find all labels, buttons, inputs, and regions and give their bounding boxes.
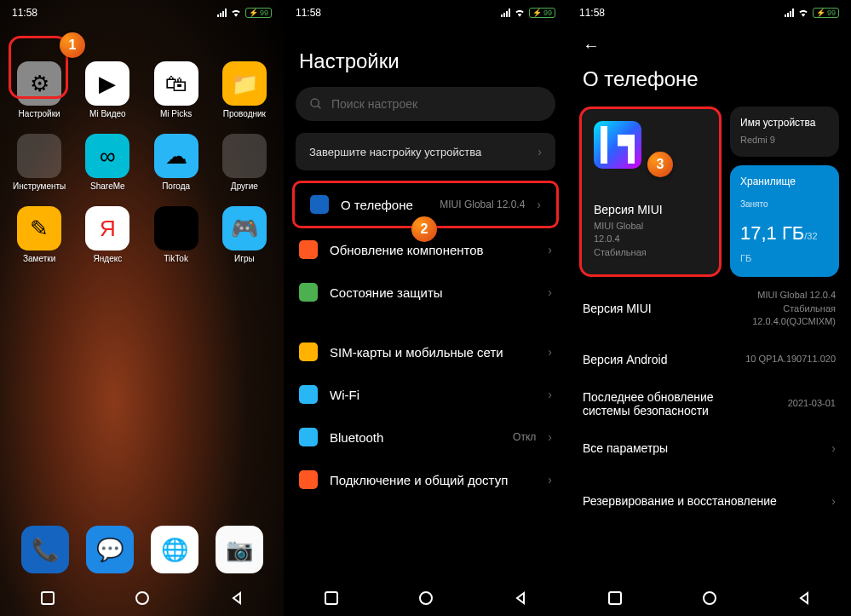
- settings-item[interactable]: Wi-Fi ›: [284, 373, 567, 416]
- app-label: Яндекс: [94, 254, 123, 263]
- app-label: Настройки: [19, 109, 60, 118]
- backup-row[interactable]: Резервирование и восстановление ›: [583, 482, 836, 520]
- dock-app[interactable]: 📞: [21, 526, 69, 573]
- app-label: Игры: [234, 254, 255, 263]
- signal-icon: [785, 9, 794, 17]
- app-Яндекс[interactable]: ЯЯндекс: [77, 206, 138, 263]
- chevron-right-icon: ›: [548, 388, 552, 401]
- app-icon: ☁: [154, 134, 198, 178]
- settings-item[interactable]: SIM-карты и мобильные сети›: [284, 331, 567, 373]
- screen-about: 11:58 ⚡99 ← О телефоне Версия MIUI MIUI …: [567, 0, 851, 616]
- recent-button[interactable]: [605, 588, 625, 608]
- nav-bar: [567, 580, 851, 616]
- time: 11:58: [296, 7, 321, 19]
- app-label: Погода: [162, 181, 190, 191]
- chevron-right-icon: ›: [831, 494, 836, 508]
- back-button[interactable]: [227, 588, 247, 608]
- svg-point-2: [311, 99, 319, 107]
- svg-line-3: [318, 106, 320, 108]
- item-label: Wi-Fi: [330, 388, 524, 402]
- nav-bar: [0, 580, 284, 616]
- svg-rect-0: [42, 592, 54, 604]
- nav-bar: [284, 580, 567, 616]
- app-ShareMe[interactable]: ∞ShareMe: [77, 134, 138, 191]
- item-label: О телефоне: [341, 198, 428, 212]
- device-name-card[interactable]: Имя устройства Redmi 9: [730, 107, 839, 157]
- battery-icon: ⚡99: [529, 8, 555, 18]
- item-label: Bluetooth: [330, 430, 501, 445]
- wifi-icon: [797, 7, 809, 19]
- signal-icon: [217, 9, 227, 17]
- svg-point-5: [420, 592, 432, 604]
- app-icon: 🎮: [222, 206, 267, 250]
- home-button[interactable]: [699, 588, 720, 608]
- app-icon: ∞: [85, 134, 129, 178]
- svg-rect-4: [325, 592, 337, 604]
- chevron-right-icon: ›: [548, 243, 552, 256]
- item-label: Подключение и общий доступ: [330, 473, 536, 487]
- app-Погода[interactable]: ☁Погода: [146, 134, 207, 191]
- app-label: Заметки: [23, 254, 55, 263]
- dock-app[interactable]: 🌐: [151, 526, 198, 573]
- home-button[interactable]: [416, 588, 436, 608]
- app-label: Другие: [231, 181, 258, 191]
- status-bar: 11:58 ⚡99: [567, 0, 851, 26]
- signal-icon: [501, 9, 510, 17]
- item-icon: [299, 385, 318, 404]
- app-icon: ♪: [154, 206, 198, 250]
- back-button[interactable]: [510, 588, 531, 608]
- screen-settings: 11:58 ⚡99 Настройки Поиск настроек Завер…: [284, 0, 567, 616]
- badge-2: 2: [411, 216, 437, 242]
- recent-button[interactable]: [37, 588, 58, 608]
- info-row[interactable]: Версия MIUIMIUI Global 12.0.4Стабильная1…: [583, 277, 836, 340]
- app-Другие[interactable]: Другие: [214, 134, 275, 191]
- back-button[interactable]: [794, 588, 814, 608]
- app-label: Mi Picks: [160, 109, 192, 118]
- miui-card-sub: MIUI Global12.0.4Стабильная: [594, 220, 707, 259]
- setup-banner[interactable]: Завершите настройку устройства ›: [296, 133, 555, 170]
- miui-card-title: Версия MIUI: [594, 203, 707, 216]
- app-icon: ⚙: [17, 61, 61, 106]
- chevron-right-icon: ›: [538, 145, 542, 158]
- item-icon: [299, 428, 318, 446]
- storage-card[interactable]: Хранилище Занято 17,1 ГБ/32 ГБ: [730, 165, 839, 277]
- search-input[interactable]: Поиск настроек: [296, 87, 555, 121]
- home-button[interactable]: [132, 588, 152, 608]
- item-label: Обновление компонентов: [330, 243, 536, 257]
- svg-point-1: [136, 592, 148, 604]
- recent-button[interactable]: [321, 588, 342, 608]
- app-grid: ⚙Настройки▶Mi Видео🛍Mi Picks📁ПроводникИн…: [0, 26, 284, 263]
- badge-3: 3: [647, 152, 673, 177]
- chevron-right-icon: ›: [548, 430, 552, 444]
- app-label: ShareMe: [90, 181, 125, 191]
- wifi-icon: [514, 7, 526, 19]
- badge-1: 1: [60, 32, 85, 58]
- info-row[interactable]: Версия Android10 QP1A.190711.020: [583, 341, 836, 378]
- time: 11:58: [12, 7, 37, 19]
- dock-app[interactable]: 📷: [216, 526, 263, 573]
- app-Mi Видео[interactable]: ▶Mi Видео: [77, 61, 138, 118]
- app-Mi Picks[interactable]: 🛍Mi Picks: [146, 61, 207, 118]
- app-TikTok[interactable]: ♪TikTok: [146, 206, 207, 263]
- miui-version-card[interactable]: Версия MIUI MIUI Global12.0.4Стабильная: [579, 107, 722, 277]
- app-icon: 📁: [222, 61, 267, 106]
- info-row[interactable]: Все параметры›: [583, 429, 836, 467]
- item-label: Состояние защиты: [330, 285, 536, 300]
- dock-app[interactable]: 💬: [86, 526, 134, 573]
- item-label: SIM-карты и мобильные сети: [330, 345, 536, 360]
- settings-item[interactable]: BluetoothОткл›: [284, 416, 567, 458]
- back-arrow[interactable]: ←: [567, 26, 851, 55]
- app-Инструменты[interactable]: Инструменты: [9, 134, 70, 191]
- settings-item[interactable]: Состояние защиты›: [284, 271, 567, 314]
- settings-item[interactable]: Подключение и общий доступ›: [284, 458, 567, 501]
- chevron-right-icon: ›: [548, 345, 552, 359]
- app-Проводник[interactable]: 📁Проводник: [214, 61, 275, 118]
- chevron-right-icon: ›: [548, 285, 552, 299]
- app-label: Инструменты: [13, 181, 66, 191]
- info-row[interactable]: Последнее обновление системы безопасност…: [583, 378, 836, 429]
- status-bar: 11:58 ⚡99: [284, 0, 567, 26]
- app-Заметки[interactable]: ✎Заметки: [9, 206, 70, 263]
- app-icon: ✎: [17, 206, 61, 250]
- app-Игры[interactable]: 🎮Игры: [214, 206, 275, 263]
- app-Настройки[interactable]: ⚙Настройки: [9, 61, 70, 118]
